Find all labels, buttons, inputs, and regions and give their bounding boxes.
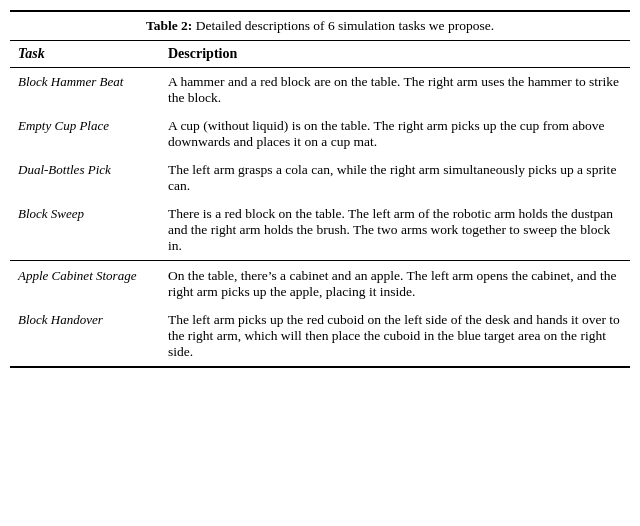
description-cell: There is a red block on the table. The l…: [160, 200, 630, 261]
description-cell: On the table, there’s a cabinet and an a…: [160, 262, 630, 306]
task-cell: Block Sweep: [10, 200, 160, 261]
table-header-row: Task Description: [10, 41, 630, 68]
task-cell: Block Handover: [10, 306, 160, 366]
table-row: Block SweepThere is a red block on the t…: [10, 200, 630, 261]
task-cell: Dual-Bottles Pick: [10, 156, 160, 200]
table-row: Block Hammer BeatA hammer and a red bloc…: [10, 68, 630, 113]
description-cell: A cup (without liquid) is on the table. …: [160, 112, 630, 156]
table-bottom-border: [10, 366, 630, 368]
description-header: Description: [160, 41, 630, 68]
task-cell: Empty Cup Place: [10, 112, 160, 156]
table-caption: Table 2: Detailed descriptions of 6 simu…: [10, 10, 630, 41]
task-cell: Apple Cabinet Storage: [10, 262, 160, 306]
table-row: Dual-Bottles PickThe left arm grasps a c…: [10, 156, 630, 200]
description-cell: The left arm grasps a cola can, while th…: [160, 156, 630, 200]
table-row: Block HandoverThe left arm picks up the …: [10, 306, 630, 366]
caption-text: Detailed descriptions of 6 simulation ta…: [196, 18, 494, 33]
table-row: Apple Cabinet StorageOn the table, there…: [10, 262, 630, 306]
simulation-table: Task Description Block Hammer BeatA hamm…: [10, 41, 630, 366]
task-header: Task: [10, 41, 160, 68]
caption-label: Table 2:: [146, 18, 192, 33]
task-cell: Block Hammer Beat: [10, 68, 160, 113]
description-cell: A hammer and a red block are on the tabl…: [160, 68, 630, 113]
table-row: Empty Cup PlaceA cup (without liquid) is…: [10, 112, 630, 156]
description-cell: The left arm picks up the red cuboid on …: [160, 306, 630, 366]
